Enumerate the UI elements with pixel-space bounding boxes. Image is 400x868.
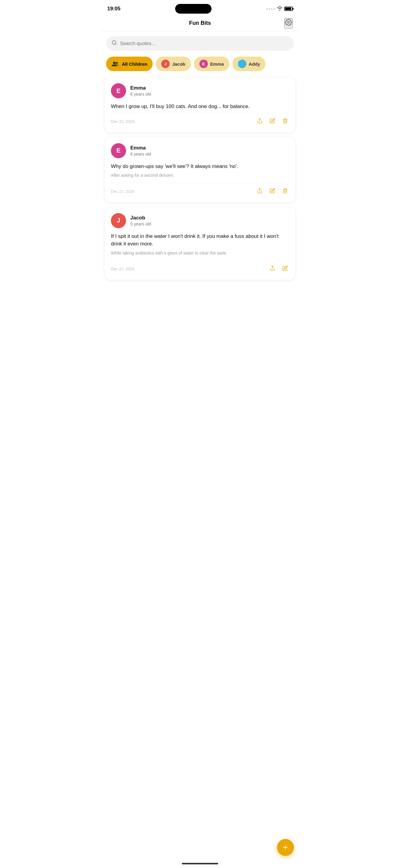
quotes-list: E Emma 8 years old When I grow up, I'll …	[100, 77, 300, 284]
quote-meta-2: Emma 8 years old	[130, 145, 151, 156]
quote-card-1: E Emma 8 years old When I grow up, I'll …	[105, 77, 295, 132]
filter-chip-jacob-label: Jacob	[172, 61, 185, 67]
edit-button-3[interactable]	[281, 264, 289, 274]
share-button-1[interactable]	[256, 117, 264, 126]
search-container	[100, 31, 300, 55]
quote-header-3: J Jacob 5 years old	[111, 213, 289, 228]
svg-point-3	[115, 62, 118, 64]
filter-chip-all-label: All Children	[122, 61, 147, 67]
quote-name-2: Emma	[130, 145, 151, 151]
quote-actions-2	[256, 187, 289, 196]
settings-button[interactable]	[284, 18, 293, 28]
edit-button-2[interactable]	[268, 187, 276, 196]
quote-avatar-3: J	[111, 213, 126, 228]
filter-chip-all[interactable]: All Children	[106, 57, 153, 71]
search-input[interactable]	[120, 41, 288, 46]
quote-actions-1	[256, 117, 289, 126]
quote-meta-3: Jacob 5 years old	[130, 215, 151, 226]
edit-button-1[interactable]	[268, 117, 276, 126]
quote-meta-1: Emma 8 years old	[130, 85, 151, 97]
all-children-icon	[112, 60, 119, 68]
filter-chip-addy-label: Addy	[249, 61, 260, 67]
search-bar[interactable]	[106, 36, 294, 51]
filter-chip-emma[interactable]: E Emma	[194, 57, 229, 71]
quote-text-3: If I spit it out in the water I won't dr…	[111, 232, 289, 248]
battery-icon	[284, 7, 293, 11]
delete-button-1[interactable]	[281, 117, 289, 126]
quote-age-1: 8 years old	[130, 92, 151, 97]
wifi-icon	[277, 6, 282, 11]
svg-point-2	[113, 62, 115, 64]
quote-date-1: Dec 22, 2024	[111, 119, 134, 124]
quote-context-2: After asking for a second dessert.	[111, 173, 289, 179]
quote-name-1: Emma	[130, 85, 151, 91]
share-button-2[interactable]	[256, 187, 264, 196]
app-title: Fun Bits	[189, 20, 211, 26]
quote-name-3: Jacob	[130, 215, 151, 221]
quote-actions-3	[268, 264, 289, 274]
header: Fun Bits	[100, 17, 300, 31]
filter-chip-emma-label: Emma	[210, 61, 224, 67]
quote-age-2: 8 years old	[130, 152, 151, 156]
delete-button-2[interactable]	[281, 187, 289, 196]
quote-header-1: E Emma 8 years old	[111, 83, 289, 98]
quote-footer-3: Dec 22, 2024	[111, 260, 289, 274]
quote-card-3: J Jacob 5 years old If I spit it out in …	[105, 207, 295, 280]
emma-avatar: E	[199, 60, 208, 68]
status-icons	[266, 6, 293, 11]
filter-chips: All Children J Jacob E Emma Addy	[100, 55, 300, 77]
quote-date-2: Dec 22, 2024	[111, 189, 134, 194]
svg-point-1	[112, 40, 116, 44]
search-icon	[112, 40, 117, 47]
quote-avatar-1: E	[111, 83, 126, 98]
status-bar: 19:05	[100, 0, 300, 17]
svg-point-0	[288, 22, 289, 23]
quote-context-3: While taking antibiotics with a glass of…	[111, 250, 289, 256]
share-button-3[interactable]	[268, 264, 276, 274]
dynamic-island	[175, 4, 211, 13]
quote-header-2: E Emma 8 years old	[111, 143, 289, 158]
jacob-avatar: J	[161, 60, 170, 68]
quote-text-1: When I grow up, I'll buy 100 cats. And o…	[111, 102, 289, 111]
addy-avatar	[238, 60, 246, 68]
filter-chip-addy[interactable]: Addy	[232, 57, 266, 71]
quote-card-2: E Emma 8 years old Why do grown-ups say …	[105, 137, 295, 202]
quote-footer-1: Dec 22, 2024	[111, 113, 289, 126]
status-time: 19:05	[107, 6, 120, 12]
quote-footer-2: Dec 22, 2024	[111, 183, 289, 196]
quote-date-3: Dec 22, 2024	[111, 267, 134, 271]
filter-chip-jacob[interactable]: J Jacob	[156, 57, 191, 71]
signal-icon	[266, 8, 275, 10]
quote-avatar-2: E	[111, 143, 126, 158]
quote-age-3: 5 years old	[130, 221, 151, 226]
quote-text-2: Why do grown-ups say 'we'll see'? It alw…	[111, 162, 289, 170]
